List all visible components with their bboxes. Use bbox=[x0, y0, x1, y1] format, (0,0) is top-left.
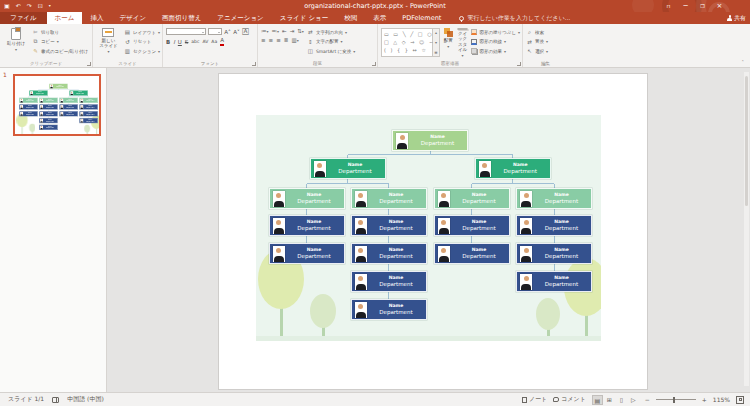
italic-button[interactable]: I bbox=[173, 39, 175, 45]
close-button[interactable]: × bbox=[711, 0, 728, 12]
org-box[interactable]: NameDepartment bbox=[516, 243, 592, 264]
numbering-button[interactable]: ≕▾ bbox=[272, 28, 280, 34]
tab-校閲[interactable]: 校閲 bbox=[336, 12, 365, 24]
org-box[interactable]: NameDepartment bbox=[351, 243, 427, 264]
org-box[interactable]: NameDepartment bbox=[79, 98, 98, 103]
align-right-button[interactable]: ≡ bbox=[276, 37, 281, 43]
line-spacing-button[interactable]: ⇅▾ bbox=[297, 28, 304, 34]
comments-button[interactable]: コメント bbox=[553, 395, 586, 404]
align-left-button[interactable]: ≡ bbox=[261, 37, 266, 43]
org-box[interactable]: NameDepartment bbox=[392, 130, 468, 151]
section-button[interactable]: ▥セクション▾ bbox=[124, 47, 160, 55]
dialog-launcher-icon[interactable] bbox=[517, 62, 521, 66]
org-box[interactable]: NameDepartment bbox=[69, 90, 88, 95]
new-slide-button[interactable]: 新しいスライド ▾ bbox=[96, 26, 121, 58]
zoom-out-button[interactable]: − bbox=[645, 396, 650, 403]
org-box[interactable]: NameDepartment bbox=[19, 111, 38, 116]
tab-画面切り替え[interactable]: 画面切り替え bbox=[154, 12, 209, 24]
dialog-launcher-icon[interactable] bbox=[87, 62, 91, 66]
tab-挿入[interactable]: 挿入 bbox=[82, 12, 111, 24]
zoom-slider[interactable] bbox=[656, 399, 696, 400]
shape-icons-row[interactable]: ( ) { } ↔ ☆ bbox=[384, 48, 430, 53]
tab-ホーム[interactable]: ホーム bbox=[47, 12, 83, 24]
normal-view-button[interactable]: ▤ bbox=[592, 395, 603, 405]
org-box[interactable]: NameDepartment bbox=[79, 118, 98, 123]
share-button[interactable]: 共有 bbox=[727, 12, 746, 24]
copy-button[interactable]: ⧉コピー▾ bbox=[32, 38, 88, 46]
notes-button[interactable]: ノート bbox=[522, 395, 547, 404]
change-case-button[interactable]: Aa bbox=[211, 39, 217, 44]
align-center-button[interactable]: ≡ bbox=[269, 37, 274, 43]
save-icon[interactable]: ▣ bbox=[4, 0, 10, 12]
character-spacing-button[interactable]: AV bbox=[202, 39, 208, 44]
org-box[interactable]: NameDepartment bbox=[269, 215, 345, 236]
org-box[interactable]: NameDepartment bbox=[39, 98, 58, 103]
org-box[interactable]: NameDepartment bbox=[39, 118, 58, 123]
reset-button[interactable]: ↺リセット bbox=[124, 38, 160, 46]
tab-file[interactable]: ファイル bbox=[0, 12, 47, 24]
org-box[interactable]: NameDepartment bbox=[269, 188, 345, 209]
cut-button[interactable]: ✂切り取り bbox=[32, 28, 88, 36]
collapse-ribbon-icon[interactable]: ˄ bbox=[742, 59, 745, 65]
dialog-launcher-icon[interactable] bbox=[252, 62, 256, 66]
more-shapes-icon[interactable]: ≡ bbox=[434, 50, 437, 55]
format-painter-button[interactable]: ✎書式のコピー/貼り付け bbox=[32, 47, 88, 55]
redo-icon[interactable]: ↷ bbox=[27, 0, 32, 12]
org-box[interactable]: NameDepartment bbox=[516, 188, 592, 209]
org-box[interactable]: NameDepartment bbox=[434, 188, 510, 209]
shape-gallery[interactable]: ▭ ▭ ╲ ╱ □ ○□ △ ◇ ⇒ ☺ ~( ) { } ↔ ☆ bbox=[381, 28, 433, 57]
org-box[interactable]: NameDepartment bbox=[310, 158, 386, 179]
proofing-icon[interactable] bbox=[52, 397, 59, 403]
tab-PDFelement[interactable]: PDFelement bbox=[394, 12, 449, 24]
decrease-indent-button[interactable]: ⇤ bbox=[282, 28, 287, 34]
org-box[interactable]: NameDepartment bbox=[49, 84, 68, 89]
org-box[interactable]: NameDepartment bbox=[351, 188, 427, 209]
layout-button[interactable]: ▤レイアウト▾ bbox=[124, 28, 160, 36]
zoom-slider-thumb[interactable] bbox=[673, 397, 676, 403]
reading-view-button[interactable]: ▯ bbox=[616, 395, 627, 405]
ribbon-display-options-button[interactable]: ⊓ bbox=[660, 0, 677, 12]
convert-smartart-button[interactable]: ◫SmartArt に変換▾ bbox=[307, 47, 355, 55]
org-box[interactable]: NameDepartment bbox=[29, 90, 48, 95]
zoom-level[interactable]: 115% bbox=[713, 396, 730, 403]
font-color-button[interactable]: A bbox=[220, 38, 224, 46]
quick-styles-button[interactable]: クイックスタイル ▾ bbox=[457, 26, 469, 58]
columns-button[interactable]: ▥▾ bbox=[291, 37, 298, 43]
org-box[interactable]: NameDepartment bbox=[19, 98, 38, 103]
minimize-button[interactable]: ─ bbox=[677, 0, 694, 12]
org-box[interactable]: NameDepartment bbox=[59, 104, 78, 109]
find-button[interactable]: ⌕検索 bbox=[526, 28, 548, 36]
restore-button[interactable]: ❐ bbox=[694, 0, 711, 12]
org-box[interactable]: NameDepartment bbox=[39, 111, 58, 116]
zoom-in-button[interactable]: + bbox=[702, 396, 707, 403]
slide-canvas[interactable]: NameDepartmentNameDepartmentNameDepartme… bbox=[218, 73, 648, 390]
org-box[interactable]: NameDepartment bbox=[269, 243, 345, 264]
font-size-combo[interactable] bbox=[208, 28, 222, 35]
scrollbar-thumb[interactable] bbox=[745, 76, 748, 206]
org-box[interactable]: NameDepartment bbox=[351, 299, 427, 320]
paste-button[interactable]: 貼り付け ▾ bbox=[3, 26, 29, 58]
org-box[interactable]: NameDepartment bbox=[19, 104, 38, 109]
clear-formatting-button[interactable]: 🄰 bbox=[242, 28, 249, 35]
shape-outline-button[interactable]: 図形の枠線▾ bbox=[471, 38, 520, 46]
align-text-button[interactable]: ⇕文字の配置▾ bbox=[307, 38, 355, 46]
shape-fill-button[interactable]: 図形の塗りつぶし▾ bbox=[471, 28, 520, 36]
shape-effects-button[interactable]: 図形の効果▾ bbox=[471, 47, 520, 55]
org-box[interactable]: NameDepartment bbox=[516, 271, 592, 292]
start-slideshow-icon[interactable]: ⊡ bbox=[38, 0, 43, 12]
increase-font-size-button[interactable]: A˄ bbox=[224, 29, 231, 35]
slideshow-view-button[interactable]: ▷ bbox=[628, 395, 639, 405]
slide-sorter-view-button[interactable]: ⊞ bbox=[604, 395, 615, 405]
arrange-button[interactable]: 配置 ▾ bbox=[443, 26, 454, 58]
org-box[interactable]: NameDepartment bbox=[79, 111, 98, 116]
org-box[interactable]: NameDepartment bbox=[59, 111, 78, 116]
dialog-launcher-icon[interactable] bbox=[372, 62, 376, 66]
org-box[interactable]: NameDepartment bbox=[475, 158, 551, 179]
org-box[interactable]: NameDepartment bbox=[351, 271, 427, 292]
scroll-down-icon[interactable]: ▾ bbox=[435, 40, 437, 45]
org-box[interactable]: NameDepartment bbox=[79, 104, 98, 109]
org-box[interactable]: NameDepartment bbox=[59, 98, 78, 103]
vertical-scrollbar[interactable] bbox=[744, 72, 749, 386]
org-box[interactable]: NameDepartment bbox=[351, 215, 427, 236]
underline-button[interactable]: U bbox=[178, 39, 182, 45]
